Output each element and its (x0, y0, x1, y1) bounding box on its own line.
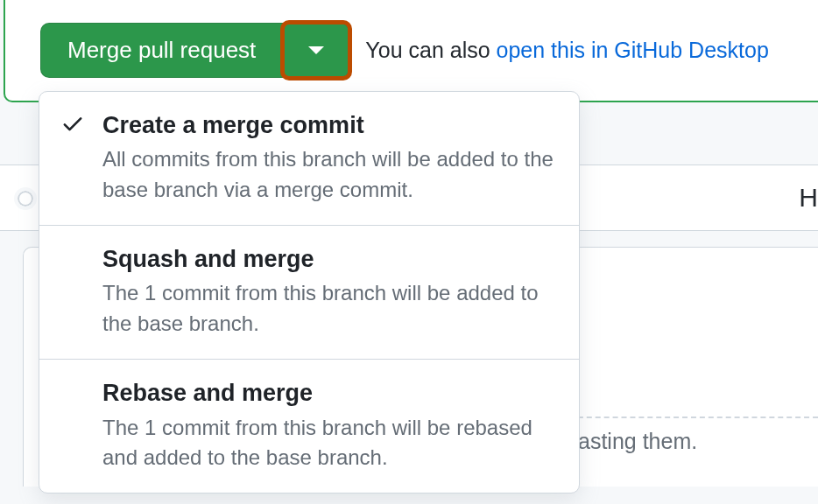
merge-panel: Merge pull request You can also open thi… (4, 0, 818, 102)
open-in-desktop-link[interactable]: open this in GitHub Desktop (497, 38, 769, 62)
merge-option-description: The 1 commit from this branch will be ad… (102, 278, 558, 340)
merge-option-description: The 1 commit from this branch will be re… (102, 413, 558, 474)
check-icon (60, 111, 92, 136)
merge-method-menu: Create a merge commit All commits from t… (39, 91, 580, 494)
merge-button-group: Merge pull request (40, 23, 349, 78)
merge-option-rebase-and-merge[interactable]: Rebase and merge The 1 commit from this … (39, 360, 579, 493)
merge-hint-text: You can also open this in GitHub Desktop (365, 38, 768, 63)
merge-option-squash-and-merge[interactable]: Squash and merge The 1 commit from this … (39, 226, 579, 360)
comment-attachment-divider (561, 416, 818, 418)
merge-hint-prefix: You can also (365, 38, 496, 62)
merge-option-title: Squash and merge (102, 243, 558, 275)
comment-attachment-hint-fragment: asting them. (578, 429, 697, 454)
merge-option-title: Create a merge commit (102, 109, 558, 141)
caret-down-icon (308, 46, 324, 54)
merge-pull-request-button[interactable]: Merge pull request (40, 23, 283, 78)
merge-options-dropdown-button[interactable] (283, 23, 349, 78)
timeline-badge-fragment: H (799, 183, 818, 213)
merge-option-title: Rebase and merge (102, 377, 558, 409)
merge-action-row: Merge pull request You can also open thi… (40, 23, 818, 78)
timeline-marker-icon (14, 187, 37, 210)
merge-option-create-merge-commit[interactable]: Create a merge commit All commits from t… (39, 92, 579, 226)
merge-option-description: All commits from this branch will be add… (102, 144, 558, 206)
